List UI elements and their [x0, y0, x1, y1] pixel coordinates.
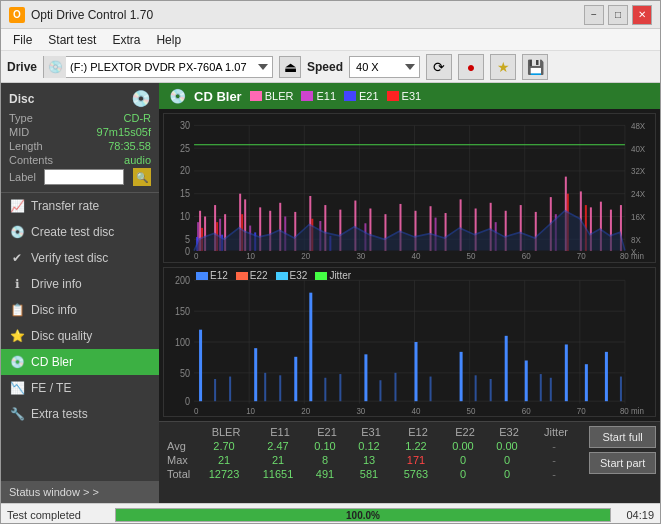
col-bler: BLER: [197, 426, 255, 438]
progress-text: 100.0%: [346, 509, 380, 520]
app-title: Opti Drive Control 1.70: [31, 8, 584, 22]
sidebar-item-create-test-disc[interactable]: 💿 Create test disc: [1, 219, 159, 245]
mid-value: 97m15s05f: [97, 126, 151, 138]
sidebar-item-extra-tests[interactable]: 🔧 Extra tests: [1, 401, 159, 427]
speed-label: Speed: [307, 60, 343, 74]
type-value: CD-R: [124, 112, 152, 124]
main-content: Disc 💿 Type CD-R MID 97m15s05f Length 78…: [1, 83, 660, 503]
menu-extra[interactable]: Extra: [104, 31, 148, 49]
stats-buttons: Start full Start part: [589, 426, 656, 474]
avg-e22: 0.00: [441, 440, 485, 452]
disc-length-row: Length 78:35.58: [9, 140, 151, 152]
total-row: Total 12723 11651 491 581 5763 0 0 -: [167, 468, 581, 480]
max-e12: 171: [391, 454, 441, 466]
col-e21: E21: [305, 426, 349, 438]
sidebar-item-label: Create test disc: [31, 225, 114, 239]
total-e12: 5763: [391, 468, 441, 480]
label-input[interactable]: [44, 169, 124, 185]
top-chart-svg: 30 25 20 15 10 5 0 48X 40X 32X 24X 16X 8…: [164, 114, 655, 262]
label-search-button[interactable]: 🔍: [133, 168, 151, 186]
max-label: Max: [167, 454, 195, 466]
status-window-button[interactable]: Status window > >: [1, 481, 159, 503]
e32-legend: E32: [276, 270, 308, 281]
disc-info-icon: 📋: [9, 302, 25, 318]
svg-rect-142: [490, 379, 492, 401]
svg-text:150: 150: [175, 305, 190, 317]
max-e31: 13: [347, 454, 391, 466]
avg-row: Avg 2.70 2.47 0.10 0.12 1.22 0.00 0.00 -: [167, 440, 581, 452]
svg-text:40X: 40X: [631, 143, 646, 154]
sidebar-item-verify-test-disc[interactable]: ✔ Verify test disc: [1, 245, 159, 271]
mid-label: MID: [9, 126, 29, 138]
speed-selector[interactable]: 40 X: [349, 56, 420, 78]
start-part-button[interactable]: Start part: [589, 452, 656, 474]
svg-text:0: 0: [194, 405, 198, 416]
title-controls: − □ ✕: [584, 5, 652, 25]
svg-text:200: 200: [175, 274, 190, 286]
avg-bler: 2.70: [195, 440, 253, 452]
length-value: 78:35.58: [108, 140, 151, 152]
drive-selector[interactable]: 💿 (F:) PLEXTOR DVDR PX-760A 1.07: [43, 56, 273, 78]
bler-label: BLER: [265, 90, 294, 102]
status-window-label: Status window > >: [9, 486, 99, 498]
save-button[interactable]: 💾: [522, 54, 548, 80]
svg-text:32X: 32X: [631, 166, 646, 177]
minimize-button[interactable]: −: [584, 5, 604, 25]
bler-legend: BLER: [250, 90, 294, 102]
stats-table: BLER E11 E21 E31 E12 E22 E32 Jitter Avg …: [167, 426, 581, 482]
close-button[interactable]: ✕: [632, 5, 652, 25]
menu-help[interactable]: Help: [148, 31, 189, 49]
record-button[interactable]: ●: [458, 54, 484, 80]
svg-text:30: 30: [356, 405, 365, 416]
sidebar-item-label: FE / TE: [31, 381, 71, 395]
total-e31: 581: [347, 468, 391, 480]
avg-e21: 0.10: [303, 440, 347, 452]
disc-info-panel: Disc 💿 Type CD-R MID 97m15s05f Length 78…: [1, 83, 159, 193]
svg-rect-121: [254, 348, 257, 401]
svg-rect-122: [294, 357, 297, 401]
e12-legend: E12: [196, 270, 228, 281]
sidebar-item-disc-info[interactable]: 📋 Disc info: [1, 297, 159, 323]
drive-disc-icon: 💿: [44, 56, 66, 78]
maximize-button[interactable]: □: [608, 5, 628, 25]
svg-rect-125: [415, 342, 418, 401]
transfer-rate-icon: 📈: [9, 198, 25, 214]
svg-text:60: 60: [522, 405, 531, 416]
e11-legend: E11: [301, 90, 336, 102]
svg-text:80 min: 80 min: [620, 405, 644, 416]
total-e32: 0: [485, 468, 529, 480]
disc-type-row: Type CD-R: [9, 112, 151, 124]
svg-rect-127: [505, 336, 508, 401]
bottom-chart-svg: 200 150 100 50 0 0 10 20 30 40 50 60 70 …: [164, 268, 655, 416]
menu-start-test[interactable]: Start test: [40, 31, 104, 49]
chart-header: 💿 CD Bler BLER E11 E21 E31: [159, 83, 660, 109]
e21-label: E21: [359, 90, 379, 102]
col-e31: E31: [349, 426, 393, 438]
eject-button[interactable]: ⏏: [279, 56, 301, 78]
avg-e12: 1.22: [391, 440, 441, 452]
status-bar: Test completed 100.0% 04:19: [1, 503, 660, 524]
sidebar-item-disc-quality[interactable]: ⭐ Disc quality: [1, 323, 159, 349]
label-row: Label 🔍: [9, 168, 151, 186]
start-full-button[interactable]: Start full: [589, 426, 656, 448]
svg-text:20: 20: [301, 250, 310, 261]
refresh-button[interactable]: ⟳: [426, 54, 452, 80]
total-e11: 11651: [253, 468, 303, 480]
svg-marker-0: [258, 64, 268, 70]
svg-text:25: 25: [180, 142, 190, 154]
sidebar-item-fe-te[interactable]: 📉 FE / TE: [1, 375, 159, 401]
sidebar-item-drive-info[interactable]: ℹ Drive info: [1, 271, 159, 297]
speed-value: 40 X: [350, 61, 405, 73]
svg-rect-120: [199, 330, 202, 402]
sidebar-item-cd-bler[interactable]: 💿 CD Bler: [1, 349, 159, 375]
menu-file[interactable]: File: [5, 31, 40, 49]
svg-text:20: 20: [180, 165, 190, 177]
sidebar-item-transfer-rate[interactable]: 📈 Transfer rate: [1, 193, 159, 219]
svg-text:8X: 8X: [631, 234, 641, 245]
total-label: Total: [167, 468, 195, 480]
svg-text:50: 50: [467, 405, 476, 416]
drive-value: (F:) PLEXTOR DVDR PX-760A 1.07: [66, 61, 258, 73]
chart-title: CD Bler: [194, 89, 242, 104]
menu-bar: File Start test Extra Help: [1, 29, 660, 51]
star-button[interactable]: ★: [490, 54, 516, 80]
